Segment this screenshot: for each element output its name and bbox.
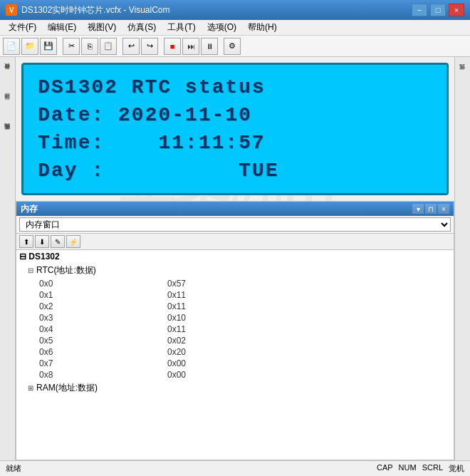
- memory-pin-button[interactable]: ▾: [412, 204, 424, 214]
- tree-val-0x3: 0x10: [167, 313, 186, 323]
- tree-addr-0x2: 0x2: [39, 301, 167, 311]
- sidebar-item-interface-lib[interactable]: 接口库: [1, 90, 14, 118]
- lcd-display: DS1302 RTC status Date: 2020-11-10 Time:…: [21, 63, 449, 195]
- tb-save-button[interactable]: 💾: [40, 38, 57, 55]
- mem-tb-down-button[interactable]: ⬇: [35, 235, 49, 248]
- tree-root-collapse-icon: ⊟: [19, 252, 26, 262]
- tb-pause-button[interactable]: ⏸: [201, 38, 218, 55]
- memory-toolbar: ⬆ ⬇ ✎ ⚡: [16, 234, 454, 250]
- minimize-button[interactable]: −: [412, 4, 427, 16]
- status-bar: 就绪 CAP NUM SCRL 觉机: [0, 460, 470, 476]
- table-row[interactable]: 0x1 0x11: [16, 289, 454, 301]
- left-sidebar: 设备树 接口库 施工略图: [0, 57, 16, 460]
- tree-val-0x2: 0x11: [167, 301, 186, 311]
- memory-panel: 内存 ▾ ⊓ × 内存窗口 ⬆ ⬇ ✎ ⚡: [16, 201, 454, 460]
- menu-help[interactable]: 帮助(H): [242, 20, 283, 35]
- table-row[interactable]: 0x5 0x02: [16, 335, 454, 346]
- menu-edit[interactable]: 编辑(E): [42, 20, 82, 35]
- tree-val-0x0: 0x57: [167, 279, 186, 289]
- mem-tb-edit-button[interactable]: ✎: [51, 235, 65, 248]
- status-right: CAP NUM SCRL 觉机: [377, 463, 464, 474]
- toolbar: 📄 📁 💾 ✂ ⎘ 📋 ↩ ↪ ■ ⏭ ⏸ ⚙: [0, 36, 470, 57]
- table-row[interactable]: 0x4 0x11: [16, 324, 454, 335]
- sidebar-item-schematic[interactable]: 施工略图: [1, 120, 14, 148]
- tree-val-0x6: 0x20: [167, 347, 186, 357]
- app-icon: V: [6, 4, 17, 16]
- menu-file[interactable]: 文件(F): [3, 20, 42, 35]
- lcd-line-2: Date: 2020-11-10: [38, 104, 432, 126]
- status-scrl: SCRL: [422, 463, 443, 474]
- maximize-button[interactable]: □: [430, 4, 446, 16]
- mem-tb-up-button[interactable]: ⬆: [19, 235, 33, 248]
- memory-panel-title: 内存: [21, 203, 38, 215]
- tb-redo-button[interactable]: ↪: [141, 38, 158, 55]
- memory-content[interactable]: ⊟ DS1302 ⊟ RTC(地址:数据) 0x0 0x57 0x1 0x11: [16, 250, 454, 460]
- tree-group-rtc[interactable]: ⊟ RTC(地址:数据): [16, 263, 454, 278]
- lcd-line-4: Day : TUE: [38, 160, 432, 182]
- window-controls[interactable]: − □ ×: [412, 4, 464, 16]
- tb-new-button[interactable]: 📄: [3, 38, 20, 55]
- tree-addr-0x1: 0x1: [39, 290, 167, 300]
- content-area: DS1302 RTC status Date: 2020-11-10 Time:…: [16, 57, 454, 460]
- menu-simulate[interactable]: 仿真(S): [122, 20, 162, 35]
- memory-close-button[interactable]: ×: [438, 204, 449, 214]
- title-bar: V DS1302实时时钟芯片.vcfx - VisualCom − □ ×: [0, 0, 470, 20]
- tb-undo-button[interactable]: ↩: [122, 38, 140, 55]
- title-bar-left: V DS1302实时时钟芯片.vcfx - VisualCom: [6, 4, 170, 16]
- menu-tools[interactable]: 工具(T): [162, 20, 201, 35]
- main-area: 设备树 接口库 施工略图 DS1302 RTC status Date: 202…: [0, 57, 470, 460]
- table-row[interactable]: 0x3 0x10: [16, 312, 454, 324]
- memory-title-bar: 内存 ▾ ⊓ ×: [16, 202, 454, 216]
- right-sidebar: 属性: [454, 57, 470, 460]
- tree-root-ds1302[interactable]: ⊟ DS1302: [16, 250, 454, 263]
- tree-addr-0x7: 0x7: [39, 358, 167, 368]
- tree-val-0x1: 0x11: [167, 290, 186, 300]
- tree-val-0x8: 0x00: [167, 370, 186, 380]
- lcd-line-3: Time: 11:11:57: [38, 132, 432, 154]
- table-row[interactable]: 0x2 0x11: [16, 301, 454, 312]
- table-row[interactable]: 0x7 0x00: [16, 358, 454, 369]
- tree-root-label: DS1302: [28, 252, 59, 262]
- tree-group-ram[interactable]: ⊞ RAM(地址:数据): [16, 381, 454, 395]
- tb-run-button[interactable]: ⏭: [182, 38, 199, 55]
- status-num: NUM: [399, 463, 417, 474]
- status-text: 就绪: [6, 463, 21, 474]
- tree-addr-0x6: 0x6: [39, 347, 167, 357]
- status-mode: 觉机: [449, 463, 464, 474]
- tb-copy-button[interactable]: ⎘: [81, 38, 98, 55]
- status-cap: CAP: [377, 463, 393, 474]
- close-button[interactable]: ×: [449, 4, 464, 16]
- memory-title-controls[interactable]: ▾ ⊓ ×: [412, 204, 449, 214]
- tree-val-0x4: 0x11: [167, 324, 186, 334]
- table-row[interactable]: 0x6 0x20: [16, 346, 454, 358]
- menu-view[interactable]: 视图(V): [82, 20, 122, 35]
- tb-open-button[interactable]: 📁: [21, 38, 38, 55]
- tree-group-ram-label: RAM(地址:数据): [36, 382, 98, 394]
- tree-val-0x5: 0x02: [167, 336, 186, 346]
- tree-val-0x7: 0x00: [167, 358, 186, 368]
- tree-addr-0x4: 0x4: [39, 324, 167, 334]
- menu-bar: 文件(F) 编辑(E) 视图(V) 仿真(S) 工具(T) 选项(O) 帮助(H…: [0, 20, 470, 36]
- memory-window-select[interactable]: 内存窗口: [19, 217, 451, 232]
- mem-tb-flash-button[interactable]: ⚡: [66, 235, 80, 248]
- sidebar-item-device-tree[interactable]: 设备树: [1, 60, 14, 88]
- tree-addr-0x0: 0x0: [39, 279, 167, 289]
- tb-stop-button[interactable]: ■: [164, 38, 181, 55]
- tree-addr-0x5: 0x5: [39, 336, 167, 346]
- tb-paste-button[interactable]: 📋: [100, 38, 117, 55]
- window-title: DS1302实时时钟芯片.vcfx - VisualCom: [21, 4, 170, 16]
- sidebar-item-properties[interactable]: 属性: [456, 60, 469, 88]
- table-row[interactable]: 0x8 0x00: [16, 369, 454, 381]
- memory-float-button[interactable]: ⊓: [425, 204, 437, 214]
- tb-settings-button[interactable]: ⚙: [224, 38, 241, 55]
- tree-collapse-ram-icon: ⊞: [28, 384, 33, 392]
- memory-dropdown-bar: 内存窗口: [16, 216, 454, 234]
- tree-addr-0x3: 0x3: [39, 313, 167, 323]
- tree-group-rtc-label: RTC(地址:数据): [36, 264, 96, 276]
- lcd-line-1: DS1302 RTC status: [38, 76, 432, 98]
- tree-collapse-rtc-icon: ⊟: [28, 267, 33, 274]
- table-row[interactable]: 0x0 0x57: [16, 278, 454, 289]
- menu-options[interactable]: 选项(O): [202, 20, 242, 35]
- tb-cut-button[interactable]: ✂: [63, 38, 80, 55]
- tree-addr-0x8: 0x8: [39, 370, 167, 380]
